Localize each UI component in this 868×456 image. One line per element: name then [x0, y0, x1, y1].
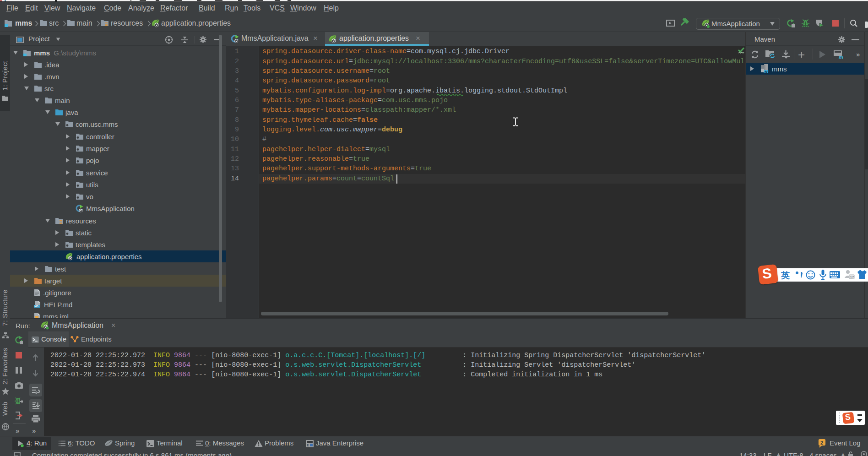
svg-text:m: m — [839, 54, 843, 60]
svg-text:MD: MD — [34, 305, 38, 308]
svg-text:17: 17 — [850, 275, 854, 279]
svg-text:2: 2 — [820, 440, 823, 445]
svg-text:E: E — [307, 444, 309, 447]
svg-text:m: m — [764, 68, 769, 74]
